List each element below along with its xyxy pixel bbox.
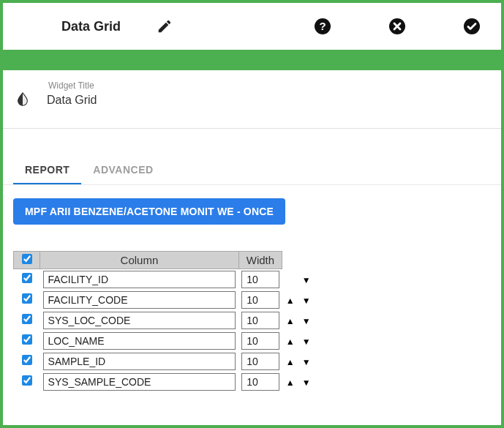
tabs-underline — [3, 184, 501, 185]
row-checkbox[interactable] — [22, 293, 32, 304]
row-checkbox-cell — [14, 372, 40, 392]
app-title: Data Grid — [61, 19, 121, 34]
row-checkbox-cell — [14, 290, 40, 310]
column-width-input[interactable] — [241, 291, 279, 309]
widget-title-row: Widget Title — [13, 75, 491, 121]
content-scroll[interactable]: Widget Title REPORT ADVANCED MPF ARII BE… — [3, 70, 501, 425]
row-width-cell — [238, 372, 282, 392]
column-width-input[interactable] — [241, 373, 279, 391]
select-all-checkbox[interactable] — [22, 254, 32, 264]
row-checkbox[interactable] — [22, 273, 32, 283]
head-column: Column — [40, 252, 239, 269]
row-column-cell — [40, 310, 239, 331]
accent-bar — [3, 50, 501, 70]
move-up-icon[interactable]: ▲ — [285, 357, 296, 367]
row-checkbox-cell — [14, 351, 40, 372]
report-chip[interactable]: MPF ARII BENZENE/ACETONE MONIT WE - ONCE — [13, 198, 285, 225]
columns-table-head: Column Width — [14, 252, 325, 269]
row-width-cell — [238, 310, 282, 331]
contrast-icon[interactable] — [15, 91, 31, 108]
row-checkbox[interactable] — [22, 375, 32, 386]
confirm-icon[interactable] — [463, 18, 481, 35]
widget-title-field: Widget Title — [47, 80, 178, 110]
table-row: ▲▼ — [14, 269, 325, 290]
row-width-cell — [238, 290, 282, 310]
table-row: ▲▼ — [14, 351, 325, 372]
column-width-input[interactable] — [241, 271, 279, 288]
widget-title-input[interactable] — [47, 92, 178, 110]
row-column-cell — [40, 331, 239, 351]
row-checkbox[interactable] — [22, 314, 32, 324]
row-column-cell — [40, 372, 239, 392]
move-up-icon[interactable]: ▲ — [285, 378, 296, 388]
row-checkbox-cell — [14, 269, 40, 290]
row-checkbox-cell — [14, 331, 40, 351]
move-down-icon[interactable]: ▼ — [301, 275, 312, 285]
move-down-icon[interactable]: ▼ — [301, 296, 312, 306]
row-checkbox[interactable] — [22, 355, 32, 365]
table-row: ▲▼ — [14, 290, 325, 310]
svg-text:?: ? — [319, 20, 326, 32]
divider — [3, 128, 501, 129]
move-up-icon[interactable]: ▲ — [285, 337, 296, 347]
move-down-icon[interactable]: ▼ — [301, 337, 312, 347]
columns-table: Column Width ▲▼▲▼▲▼▲▼▲▼▲▼ — [13, 251, 324, 392]
report-chip-row: MPF ARII BENZENE/ACETONE MONIT WE - ONCE — [13, 198, 491, 225]
table-row: ▲▼ — [14, 310, 325, 331]
column-width-input[interactable] — [241, 332, 279, 350]
head-select-all[interactable] — [14, 252, 40, 269]
column-name-input[interactable] — [43, 312, 236, 329]
tab-advanced[interactable]: ADVANCED — [81, 157, 165, 184]
column-name-input[interactable] — [43, 271, 236, 288]
head-width: Width — [238, 252, 282, 269]
reorder-cell: ▲▼ — [282, 331, 324, 351]
topbar: Data Grid ? — [3, 3, 501, 50]
table-row: ▲▼ — [14, 331, 325, 351]
reorder-cell: ▲▼ — [282, 269, 324, 290]
help-icon[interactable]: ? — [314, 18, 331, 35]
column-name-input[interactable] — [43, 291, 236, 309]
edit-icon[interactable] — [157, 18, 173, 34]
widget-title-label: Widget Title — [48, 80, 178, 91]
move-up-icon[interactable]: ▲ — [285, 296, 296, 306]
row-column-cell — [40, 351, 239, 372]
reorder-cell: ▲▼ — [282, 372, 324, 392]
row-width-cell — [238, 351, 282, 372]
column-width-input[interactable] — [241, 353, 279, 370]
tab-report[interactable]: REPORT — [13, 157, 81, 184]
reorder-cell: ▲▼ — [282, 351, 324, 372]
reorder-cell: ▲▼ — [282, 310, 324, 331]
row-width-cell — [238, 331, 282, 351]
move-down-icon[interactable]: ▼ — [301, 316, 312, 326]
move-down-icon[interactable]: ▼ — [301, 378, 312, 388]
column-name-input[interactable] — [43, 353, 236, 370]
close-icon[interactable] — [388, 18, 406, 35]
tabs: REPORT ADVANCED — [13, 157, 491, 184]
row-column-cell — [40, 269, 239, 290]
move-down-icon[interactable]: ▼ — [301, 357, 312, 367]
column-name-input[interactable] — [43, 332, 236, 350]
table-row: ▲▼ — [14, 372, 325, 392]
row-column-cell — [40, 290, 239, 310]
column-name-input[interactable] — [43, 373, 236, 391]
row-checkbox-cell — [14, 310, 40, 331]
row-width-cell — [238, 269, 282, 290]
move-up-icon[interactable]: ▲ — [285, 316, 296, 326]
column-width-input[interactable] — [241, 312, 279, 329]
reorder-cell: ▲▼ — [282, 290, 324, 310]
row-checkbox[interactable] — [22, 334, 32, 345]
